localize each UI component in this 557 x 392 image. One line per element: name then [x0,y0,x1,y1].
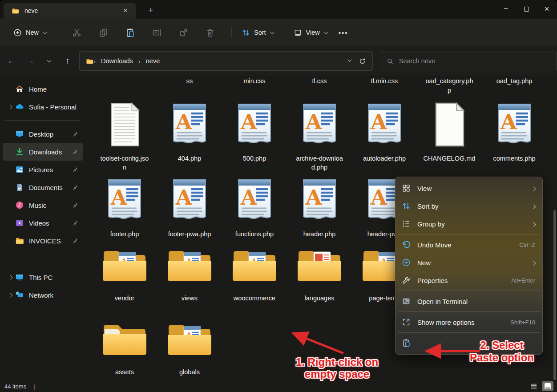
php-file-icon: A [169,176,210,224]
menu-item-shortcut: Alt+Enter [511,277,535,284]
sidebar-item-this-pc[interactable]: This PC [3,268,83,286]
file-label-partial-tl-min-css[interactable]: tl.min.css [352,77,416,86]
file-item-globals[interactable]: Aglobals [157,320,222,376]
sidebar-item-documents[interactable]: Documents [3,178,83,196]
context-menu-item-undo-move[interactable]: Undo MoveCtrl+Z [397,236,541,254]
file-item-languages[interactable]: languages [287,247,351,303]
sidebar-item-pictures[interactable]: Pictures [3,161,83,178]
sidebar-item-sufia-personal[interactable]: Sufia - Personal [3,98,83,116]
breadcrumb-item-downloads[interactable]: Downloads [100,56,134,66]
toolbar-divider [62,27,62,38]
refresh-icon[interactable] [359,57,366,65]
file-item-changelog-md[interactable]: CHANGELOG.md [417,101,481,163]
tab-neve[interactable]: neve × [4,3,136,19]
details-view-toggle[interactable] [528,381,540,391]
up-button[interactable]: ↑ [60,53,76,69]
titlebar: neve × + – × [0,0,557,19]
file-item-toolset-config-json[interactable]: toolset-config.json [93,101,157,172]
sidebar-item-label: Documents [29,184,71,191]
sidebar-item-downloads[interactable]: Downloads [3,143,83,161]
file-item-woocommerce[interactable]: Awoocommerce [222,247,287,303]
sidebar-item-desktop[interactable]: Desktop [3,125,83,143]
search-box[interactable] [381,52,557,70]
context-menu-item-paste-menu[interactable] [397,334,541,352]
file-item-comments-php[interactable]: Acomments.php [482,101,546,163]
see-more-button[interactable]: ••• [332,29,355,36]
chevron-down-icon [324,30,328,34]
context-menu-item-open-in-terminal[interactable]: Open in Terminal [397,292,541,310]
maximize-button[interactable] [516,0,537,18]
new-tab-button[interactable]: + [145,4,157,16]
vertical-scrollbar[interactable] [553,210,556,380]
sidebar-item-network[interactable]: Network [3,286,83,304]
file-label-partial-tl-css[interactable]: tl.css [287,77,351,86]
breadcrumb: ›Downloads›neve [93,56,347,66]
file-label-partial-oad-category-php[interactable]: oad_category.php [417,77,481,95]
back-button[interactable]: ← [4,53,20,69]
file-label: archive-download.php [287,154,351,172]
context-menu-item-group-by[interactable]: Group by [397,215,541,233]
new-button[interactable]: New [8,25,51,40]
search-input[interactable] [399,57,551,65]
paste-button[interactable] [120,24,140,41]
breadcrumb-box[interactable]: ›Downloads›neve [79,51,373,71]
file-item-views[interactable]: Aviews [157,247,222,303]
expand-chevron-icon[interactable] [5,105,15,109]
copy-icon [99,28,108,37]
sidebar-item-label: Network [29,291,80,299]
sidebar-item-label: Home [29,85,80,93]
copy-button[interactable] [93,24,113,41]
breadcrumb-separator: › [93,57,96,65]
sidebar-item-invoices[interactable]: INVOICES [3,232,83,250]
rename-button[interactable]: A [147,24,166,41]
svg-text:A: A [500,109,517,134]
file-label-partial-oad-tag-php[interactable]: oad_tag.php [482,77,546,86]
thumbnail-view-toggle[interactable] [542,381,553,391]
expand-chevron-icon[interactable] [5,294,15,297]
recent-locations-button[interactable] [41,53,57,69]
file-label-partial-ss[interactable]: ss [157,77,222,86]
file-item-header-php[interactable]: Aheader.php [287,176,351,238]
sidebar-item-music[interactable]: ♪Music [3,196,83,214]
sidebar-item-home[interactable]: Home [3,80,83,98]
close-button[interactable]: × [537,0,557,18]
file-label-partial-min-css[interactable]: min.css [222,77,287,86]
forward-button[interactable]: → [22,53,38,69]
context-menu-item-new[interactable]: New [397,254,541,271]
submenu-chevron-icon [532,202,535,210]
tab-close-icon[interactable]: × [120,5,131,16]
file-item-404-php[interactable]: A404.php [157,101,222,163]
folder-empty-icon [101,320,148,359]
context-menu-item-show-more-options[interactable]: Show more optionsShift+F10 [397,313,541,331]
file-item-footer-pwa-php[interactable]: Afooter-pwa.php [157,176,222,238]
expand-chevron-icon[interactable] [5,276,15,279]
submenu-chevron-icon [532,259,535,267]
context-menu-item-sort-by[interactable]: Sort by [397,197,541,215]
breadcrumb-item-neve[interactable]: neve [145,56,161,66]
file-label: CHANGELOG.md [417,154,481,163]
file-label: footer-pwa.php [157,230,222,238]
chevron-down-icon [43,30,47,34]
minimize-button[interactable]: – [496,0,516,18]
file-item-500-php[interactable]: A500.php [222,101,287,163]
sidebar-item-videos[interactable]: Videos [3,214,83,232]
share-button[interactable] [174,24,193,41]
navigation-pane: HomeSufia - PersonalDesktopDownloadsPict… [0,76,85,380]
cut-button[interactable] [67,24,86,41]
sort-button[interactable]: Sort [236,25,278,40]
menu-divider [398,234,540,234]
file-item-archive-download-php[interactable]: Aarchive-download.php [287,101,351,172]
svg-text:A: A [370,185,387,210]
delete-button[interactable] [200,24,220,41]
address-dropdown-icon[interactable] [347,57,352,62]
file-item-vendor[interactable]: Avendor [93,247,157,303]
view-button[interactable]: View [288,25,332,40]
file-item-assets[interactable]: assets [93,320,157,376]
context-menu-item-view[interactable]: View [397,179,541,197]
file-item-autoloader-php[interactable]: Aautoloader.php [352,101,416,163]
file-label: globals [157,368,222,376]
file-item-functions-php[interactable]: Afunctions.php [222,176,287,238]
file-item-footer-php[interactable]: Afooter.php [93,176,157,238]
chevron-down-icon [270,30,274,34]
context-menu-item-properties[interactable]: PropertiesAlt+Enter [397,271,541,289]
